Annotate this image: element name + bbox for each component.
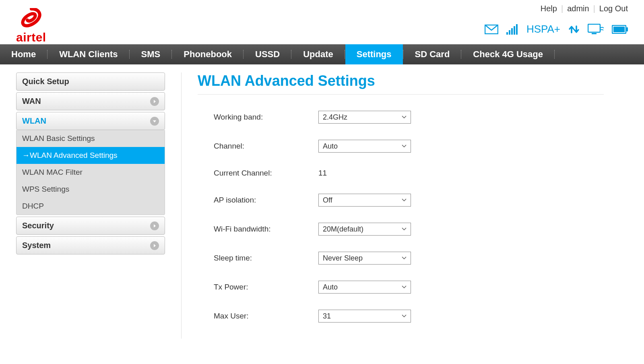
nav-phonebook[interactable]: Phonebook [172, 44, 243, 64]
sub-label: WLAN Basic Settings [22, 134, 95, 143]
svg-rect-6 [588, 24, 600, 32]
nav-wlan-clients[interactable]: WLAN Clients [48, 44, 129, 64]
sidebar-label: WLAN [22, 116, 46, 126]
main-nav: Home WLAN Clients SMS Phonebook USSD Upd… [0, 44, 644, 64]
sidebar-wlan[interactable]: WLAN [16, 112, 165, 130]
select-value: Auto [323, 142, 338, 151]
select-sleep-time[interactable]: Never Sleep [318, 252, 411, 265]
sidebar-security[interactable]: Security [16, 217, 165, 235]
sidebar-dhcp[interactable]: DHCP [17, 198, 165, 215]
select-value: Never Sleep [323, 254, 363, 263]
label-channel: Channel: [198, 142, 318, 151]
select-value: 20M(default) [323, 225, 363, 234]
sidebar-quick-setup[interactable]: Quick Setup [16, 72, 165, 91]
nav-label: USSD [255, 49, 280, 60]
nav-update[interactable]: Update [292, 44, 345, 64]
chevron-down-icon [402, 314, 407, 318]
svg-rect-5 [516, 24, 518, 35]
sidebar-wan[interactable]: WAN [16, 92, 165, 110]
select-value: Off [323, 196, 332, 205]
select-wifi-bandwidth[interactable]: 20M(default) [318, 223, 411, 236]
arrow-prefix-icon: → [22, 151, 30, 159]
updown-arrows-icon [568, 24, 580, 35]
chevron-down-icon [402, 256, 407, 260]
chevron-down-icon [402, 145, 407, 148]
row-wifi-bandwidth: Wi-Fi bandwidth: 20M(default) [198, 223, 604, 236]
label-current-channel: Current Channel: [198, 169, 318, 178]
label-max-user: Max User: [198, 312, 318, 321]
signal-icon [506, 24, 518, 35]
sidebar-wlan-advanced[interactable]: →WLAN Advanced Settings [17, 147, 165, 164]
nav-label: SD Card [415, 49, 450, 60]
top-links: Help | admin | Log Out [541, 4, 628, 13]
sub-label: WPS Settings [22, 185, 69, 193]
select-ap-isolation[interactable]: Off [318, 194, 411, 207]
brand-logo: airtel [16, 4, 46, 44]
chevron-right-icon [150, 221, 159, 230]
sidebar-wlan-submenu: WLAN Basic Settings →WLAN Advanced Setti… [16, 130, 165, 215]
chevron-right-icon [150, 97, 159, 106]
nav-label: Phonebook [184, 49, 232, 60]
top-right: Help | admin | Log Out HSPA+ [485, 4, 628, 35]
select-tx-power[interactable]: Auto [318, 281, 411, 294]
value-current-channel: 11 [318, 169, 327, 178]
sidebar: Quick Setup WAN WLAN WLAN Basic Settings… [16, 72, 165, 339]
select-channel[interactable]: Auto [318, 140, 411, 153]
svg-rect-3 [511, 28, 513, 35]
select-value: Auto [323, 283, 338, 292]
main-panel: WLAN Advanced Settings Working band: 2.4… [198, 72, 628, 339]
select-max-user[interactable]: 31 [318, 310, 411, 323]
nav-label: Update [303, 49, 333, 60]
row-sleep-time: Sleep time: Never Sleep [198, 252, 604, 265]
sidebar-wps-settings[interactable]: WPS Settings [17, 181, 165, 198]
svg-rect-4 [514, 26, 515, 35]
label-wifi-bandwidth: Wi-Fi bandwidth: [198, 225, 318, 234]
nav-label: Home [11, 49, 36, 60]
svg-rect-9 [613, 27, 625, 32]
wifi-monitor-icon [588, 24, 604, 35]
row-current-channel: Current Channel: 11 [198, 169, 604, 178]
sidebar-label: Security [22, 221, 54, 230]
nav-settings[interactable]: Settings [345, 44, 403, 64]
airtel-swirl-icon [19, 8, 43, 28]
row-tx-power: Tx Power: Auto [198, 281, 604, 294]
chevron-down-icon [402, 116, 407, 119]
label-sleep-time: Sleep time: [198, 254, 318, 263]
sidebar-label: WAN [22, 97, 41, 106]
nav-label: Settings [357, 49, 392, 60]
user-link[interactable]: admin [567, 4, 589, 13]
sidebar-system[interactable]: System [16, 236, 165, 254]
logout-link[interactable]: Log Out [599, 4, 628, 13]
select-working-band[interactable]: 2.4GHz [318, 111, 411, 124]
sidebar-label: Quick Setup [22, 77, 69, 86]
sidebar-wlan-mac-filter[interactable]: WLAN MAC Filter [17, 164, 165, 181]
chevron-right-icon [150, 241, 159, 250]
nav-sd-card[interactable]: SD Card [404, 44, 461, 64]
nav-home[interactable]: Home [0, 44, 47, 64]
row-channel: Channel: Auto [198, 140, 604, 153]
select-value: 31 [323, 312, 331, 321]
sidebar-wlan-basic[interactable]: WLAN Basic Settings [17, 130, 165, 147]
content: Quick Setup WAN WLAN WLAN Basic Settings… [0, 64, 644, 347]
chevron-down-icon [402, 285, 407, 289]
separator: | [593, 4, 595, 13]
nav-label: WLAN Clients [59, 49, 118, 60]
sidebar-label: System [22, 241, 51, 250]
mail-icon[interactable] [485, 25, 498, 34]
sub-label: WLAN Advanced Settings [30, 151, 118, 159]
svg-rect-10 [626, 27, 628, 31]
svg-rect-1 [506, 32, 508, 35]
help-link[interactable]: Help [541, 4, 557, 13]
svg-rect-2 [509, 30, 510, 35]
nav-ussd[interactable]: USSD [244, 44, 291, 64]
nav-sms[interactable]: SMS [130, 44, 172, 64]
select-value: 2.4GHz [323, 113, 347, 122]
nav-label: Check 4G Usage [473, 49, 543, 60]
nav-check-4g[interactable]: Check 4G Usage [462, 44, 554, 64]
chevron-down-icon [402, 199, 407, 202]
label-ap-isolation: AP isolation: [198, 196, 318, 205]
label-tx-power: Tx Power: [198, 283, 318, 292]
page-title: WLAN Advanced Settings [198, 72, 604, 95]
separator: | [561, 4, 563, 13]
battery-icon [612, 25, 628, 34]
